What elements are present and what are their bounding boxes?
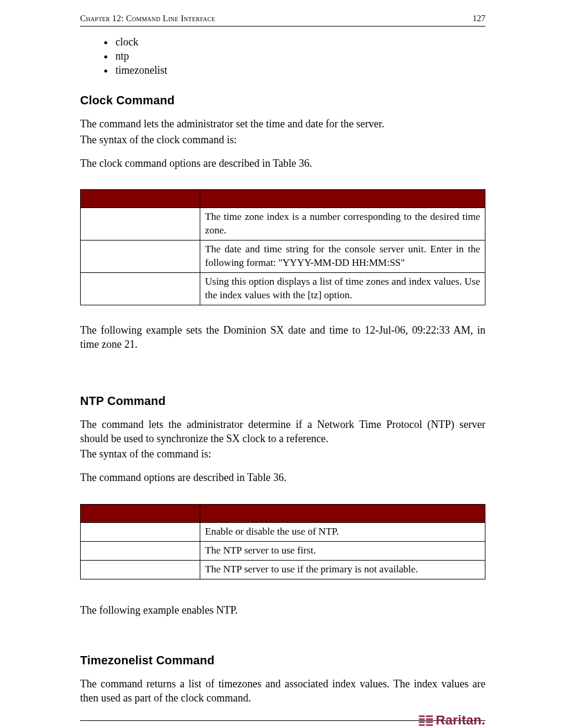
- brand-logo: Raritan.: [418, 711, 485, 728]
- table-cell: The NTP server to use first.: [200, 541, 485, 560]
- table-row: The NTP server to use if the primary is …: [81, 560, 485, 579]
- table-cell: The time zone index is a number correspo…: [200, 208, 485, 241]
- text-run: command lets the administrator determine…: [80, 419, 485, 444]
- body-text: The syntax of the command is:: [80, 447, 485, 461]
- list-item: timezonelist: [114, 63, 485, 77]
- body-text: The command options are described in Tab…: [80, 470, 485, 485]
- section-heading-clock: Clock Command: [80, 93, 485, 108]
- page-number: 127: [472, 13, 485, 25]
- table-header-option: [81, 190, 200, 208]
- body-text: The following example enables NTP.: [80, 603, 485, 617]
- brand-name: Raritan.: [436, 711, 485, 728]
- section-heading-ntp: NTP Command: [80, 393, 485, 409]
- table-cell: [81, 560, 200, 579]
- ntp-options-table: Enable or disable the use of NTP. The NT…: [80, 504, 485, 579]
- text-run: The: [80, 419, 102, 430]
- table-row: The NTP server to use first.: [81, 541, 485, 560]
- table-row: Enable or disable the use of NTP.: [81, 522, 485, 541]
- table-header-option: [81, 504, 200, 522]
- text-run: The: [80, 118, 99, 130]
- table-row: Using this option displays a list of tim…: [81, 273, 485, 305]
- list-item: ntp: [114, 49, 485, 63]
- table-cell: [81, 241, 200, 273]
- table-cell: Using this option displays a list of tim…: [200, 273, 485, 305]
- table-cell: [81, 522, 200, 541]
- raritan-logo-icon: [418, 714, 434, 727]
- table-row: The time zone index is a number correspo…: [81, 208, 485, 241]
- page-header: Chapter 12: Command Line Interface 127: [80, 13, 485, 27]
- table-cell: [81, 208, 200, 241]
- command-bullet-list: clock ntp timezonelist: [114, 35, 485, 78]
- body-text: The following example sets the Dominion …: [80, 323, 485, 352]
- body-text: The clock command options are described …: [80, 156, 485, 170]
- body-text: The syntax of the clock command is:: [80, 133, 485, 147]
- text-run: command returns a list of timezones and …: [80, 678, 485, 704]
- chapter-title: Chapter 12: Command Line Interface: [80, 13, 215, 25]
- table-cell: [81, 273, 200, 305]
- table-row: The date and time string for the console…: [81, 241, 485, 273]
- table-cell: The date and time string for the console…: [200, 241, 485, 273]
- table-header-desc: [200, 190, 485, 208]
- table-cell: [81, 541, 200, 560]
- text-run: The: [80, 678, 101, 690]
- table-cell: Enable or disable the use of NTP.: [200, 522, 485, 541]
- list-item: clock: [114, 35, 485, 49]
- table-header-desc: [200, 504, 485, 522]
- body-text: The command lets the administrator deter…: [80, 417, 485, 446]
- text-run: command lets the administrator set the t…: [99, 118, 384, 130]
- table-cell: The NTP server to use if the primary is …: [200, 560, 485, 579]
- clock-options-table: The time zone index is a number correspo…: [80, 189, 485, 305]
- section-heading-tz: Timezonelist Command: [80, 653, 485, 668]
- body-text: The command lets the administrator set t…: [80, 117, 485, 131]
- body-text: The command returns a list of timezones …: [80, 677, 485, 706]
